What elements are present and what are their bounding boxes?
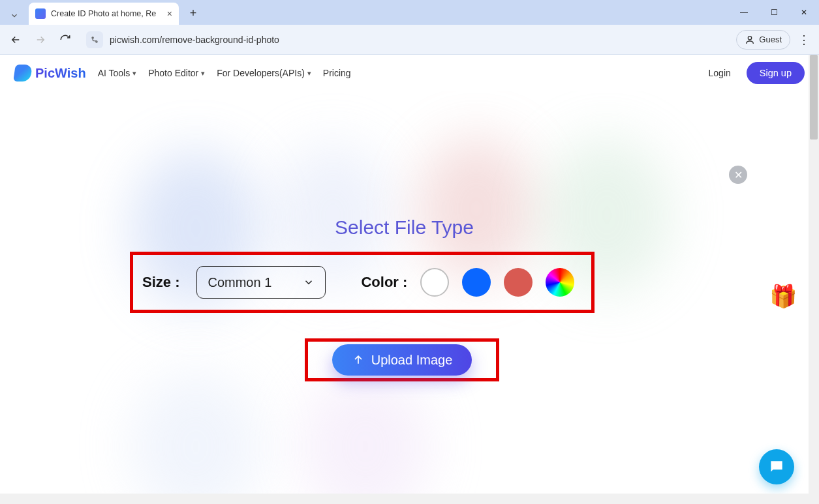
page-viewport: PicWish AI Tools▾ Photo Editor▾ For Deve… — [0, 55, 819, 504]
tab-search-button[interactable] — [4, 7, 25, 25]
size-label: Size : — [142, 274, 179, 291]
new-tab-button[interactable]: + — [184, 4, 202, 22]
color-label: Color : — [361, 274, 407, 291]
svg-point-0 — [92, 37, 93, 38]
chevron-down-icon: ▾ — [307, 69, 311, 78]
browser-tab[interactable]: Create ID Photo at home, Re × — [29, 3, 179, 25]
tab-title: Create ID Photo at home, Re — [51, 9, 156, 18]
window-controls: — ☐ ✕ — [729, 0, 819, 25]
scroll-corner — [809, 494, 819, 504]
back-button[interactable] — [5, 29, 26, 50]
url-text: picwish.com/remove-background-id-photo — [110, 35, 724, 45]
vertical-scrollbar[interactable] — [809, 55, 819, 504]
tab-favicon — [35, 8, 46, 19]
chat-widget-button[interactable] — [759, 449, 794, 484]
browser-toolbar: picwish.com/remove-background-id-photo G… — [0, 25, 819, 55]
site-info-icon[interactable] — [86, 31, 103, 48]
signup-button[interactable]: Sign up — [747, 62, 805, 84]
gift-promo-icon[interactable]: 🎁 — [769, 283, 798, 312]
address-bar[interactable]: picwish.com/remove-background-id-photo — [80, 29, 727, 51]
profile-label: Guest — [759, 35, 782, 44]
upload-label: Upload Image — [371, 353, 453, 368]
size-dropdown[interactable]: Common 1 — [196, 266, 326, 299]
chevron-down-icon: ▾ — [132, 69, 136, 78]
upload-highlight-box: Upload Image — [305, 338, 499, 381]
svg-point-2 — [749, 36, 752, 39]
options-highlight-box: Size : Common 1 Color : — [130, 252, 595, 313]
nav-photo-editor[interactable]: Photo Editor▾ — [148, 68, 205, 78]
logo-icon — [13, 65, 33, 82]
close-modal-button[interactable]: ✕ — [729, 166, 747, 184]
brand-name: PicWish — [35, 66, 86, 81]
color-picker-row: Color : — [361, 268, 574, 297]
login-link[interactable]: Login — [709, 68, 731, 78]
tab-close-icon[interactable]: × — [167, 8, 172, 19]
minimize-button[interactable]: — — [729, 0, 759, 25]
color-swatch-blue[interactable] — [462, 268, 491, 297]
close-window-button[interactable]: ✕ — [789, 0, 819, 25]
maximize-button[interactable]: ☐ — [759, 0, 789, 25]
color-swatch-white[interactable] — [420, 268, 449, 297]
nav-developers[interactable]: For Developers(APIs)▾ — [217, 68, 311, 78]
nav-ai-tools[interactable]: AI Tools▾ — [98, 68, 137, 78]
browser-tab-strip: Create ID Photo at home, Re × + — ☐ ✕ — [0, 0, 819, 25]
brand-logo[interactable]: PicWish — [14, 65, 86, 82]
reload-button[interactable] — [55, 29, 76, 50]
upload-icon — [352, 353, 365, 366]
horizontal-scrollbar[interactable] — [0, 494, 809, 504]
scrollbar-thumb[interactable] — [810, 55, 818, 140]
color-swatch-red[interactable] — [504, 268, 533, 297]
color-swatch-custom[interactable] — [546, 268, 574, 297]
forward-button[interactable] — [30, 29, 51, 50]
chevron-down-icon: ▾ — [201, 69, 205, 78]
upload-image-button[interactable]: Upload Image — [332, 344, 472, 376]
browser-menu-button[interactable]: ⋮ — [794, 33, 814, 47]
chevron-down-icon — [303, 276, 315, 288]
size-value: Common 1 — [208, 275, 271, 290]
site-header: PicWish AI Tools▾ Photo Editor▾ For Deve… — [0, 55, 819, 91]
modal-title: Select File Type — [0, 216, 809, 239]
profile-button[interactable]: Guest — [736, 30, 790, 50]
nav-pricing[interactable]: Pricing — [323, 68, 351, 78]
